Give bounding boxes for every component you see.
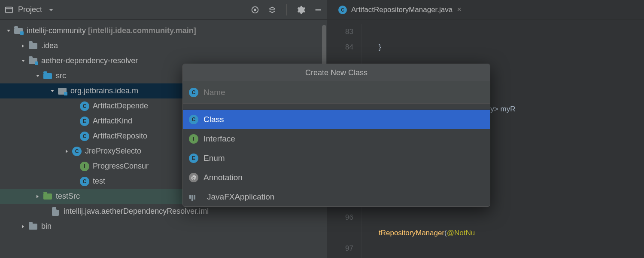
class-icon: C — [189, 88, 198, 97]
dialog-item-annotation[interactable]: @Annotation — [183, 168, 490, 187]
svg-point-2 — [254, 9, 256, 11]
expand-icon[interactable] — [267, 5, 277, 15]
dialog-input-row: C — [183, 81, 490, 104]
dialog-title: Create New Class — [183, 64, 490, 81]
create-class-dialog: Create New Class C CClass IInterface EEn… — [182, 64, 490, 207]
minimize-icon[interactable] — [313, 5, 323, 15]
javafx-icon — [189, 192, 198, 202]
enum-icon: E — [189, 154, 198, 163]
interface-icon: I — [189, 134, 198, 144]
dialog-item-interface[interactable]: IInterface — [183, 129, 490, 148]
svg-rect-0 — [6, 7, 13, 12]
project-view-icon[interactable] — [4, 5, 14, 15]
sidebar-title: Project — [18, 5, 42, 14]
sidebar-header: Project — [0, 0, 327, 20]
dialog-item-enum[interactable]: EEnum — [183, 148, 490, 168]
class-icon: C — [189, 115, 198, 124]
separator — [183, 104, 490, 110]
class-name-input[interactable] — [204, 88, 484, 97]
editor-tab[interactable]: C ArtifactRepositoryManager.java × — [333, 1, 467, 19]
close-icon[interactable]: × — [457, 5, 462, 14]
editor-tabs: C ArtifactRepositoryManager.java × — [327, 0, 644, 20]
tree-bin[interactable]: bin — [0, 219, 327, 234]
dialog-item-javafx[interactable]: JavaFXApplication — [183, 187, 490, 206]
tree-idea[interactable]: .idea — [0, 38, 327, 53]
divider — [286, 4, 287, 15]
gear-icon[interactable] — [296, 5, 306, 15]
dialog-item-class[interactable]: CClass — [183, 110, 490, 129]
chevron-down-icon[interactable] — [46, 5, 56, 15]
tree-root[interactable]: intellij-community [intellij.idea.commun… — [0, 23, 327, 38]
locate-icon[interactable] — [250, 5, 260, 15]
class-icon: C — [338, 6, 347, 14]
annotation-icon: @ — [189, 173, 198, 182]
